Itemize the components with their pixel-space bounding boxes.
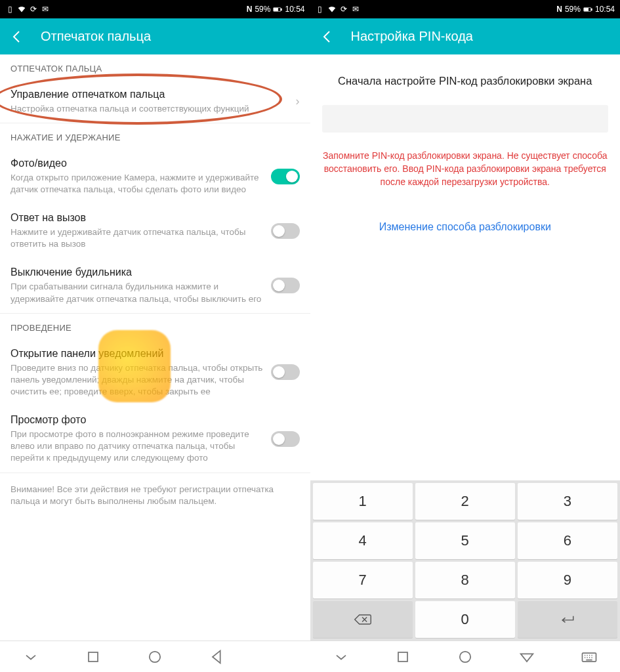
nav-home-icon[interactable]: [146, 648, 164, 666]
nav-bar: [310, 640, 621, 672]
nav-back-icon[interactable]: [208, 648, 226, 666]
nav-expand-icon[interactable]: [22, 648, 40, 666]
pin-warning: Запомните PIN-код разблокировки экрана. …: [322, 150, 609, 188]
numeric-keypad: 1 2 3 4 5 6 7 8 9 0: [310, 480, 621, 640]
key-6[interactable]: 6: [518, 522, 617, 559]
fingerprint-management-row[interactable]: Управление отпечатком пальца Настройка о…: [0, 80, 310, 123]
settings-content: ОТПЕЧАТОК ПАЛЬЦА Управление отпечатком п…: [0, 54, 310, 640]
battery-icon: [583, 5, 592, 14]
browse-photos-row[interactable]: Просмотр фото При просмотре фото в полно…: [0, 406, 310, 472]
notif-title: Открытие панели уведомлений: [10, 347, 271, 361]
battery-icon: [273, 5, 282, 14]
battery-percent: 59%: [565, 5, 581, 14]
browse-photos-desc: При просмотре фото в полноэкранном режим…: [10, 429, 271, 465]
section-swipe: ПРОВЕДЕНИЕ: [0, 313, 310, 339]
mail-icon: ✉: [41, 5, 50, 14]
phone-left: ▯ ⟳ ✉ N 59% 10:54 Отпечаток пальца ОТПЕЧ…: [0, 0, 310, 672]
sim-icon: ▯: [316, 5, 325, 14]
photo-video-desc: Когда открыто приложение Камера, нажмите…: [10, 172, 271, 196]
svg-rect-1: [274, 8, 278, 10]
key-enter[interactable]: [518, 601, 617, 638]
nav-keyboard-icon[interactable]: [580, 648, 598, 666]
photo-video-row[interactable]: Фото/видео Когда открыто приложение Каме…: [0, 149, 310, 203]
key-backspace[interactable]: [313, 601, 413, 638]
page-title: Отпечаток пальца: [41, 29, 151, 44]
key-3[interactable]: 3: [518, 483, 617, 520]
svg-point-4: [150, 651, 160, 662]
mail-icon: ✉: [351, 5, 360, 14]
chevron-right-icon: ›: [296, 94, 300, 108]
page-title: Настройка PIN-кода: [351, 29, 473, 44]
key-4[interactable]: 4: [313, 522, 413, 559]
battery-percent: 59%: [255, 5, 270, 14]
browse-photos-title: Просмотр фото: [10, 413, 271, 427]
nav-back-down-icon[interactable]: [518, 648, 536, 666]
key-8[interactable]: 8: [415, 562, 515, 598]
change-unlock-method-link[interactable]: Изменение способа разблокировки: [322, 221, 609, 233]
pin-input[interactable]: [322, 105, 609, 133]
notification-panel-row[interactable]: Открытие панели уведомлений Проведите вн…: [0, 339, 310, 406]
svg-point-9: [460, 651, 470, 662]
clock: 10:54: [285, 5, 304, 14]
photo-video-title: Фото/видео: [10, 157, 271, 171]
browse-photos-toggle[interactable]: [271, 431, 300, 447]
phone-right: ▯ ⟳ ✉ N 59% 10:54 Настройка PIN-кода Сна…: [310, 0, 621, 672]
section-press-hold: НАЖАТИЕ И УДЕРЖАНИЕ: [0, 123, 310, 149]
nfc-icon: N: [247, 5, 253, 14]
sync-icon: ⟳: [339, 5, 348, 14]
key-2[interactable]: 2: [415, 483, 515, 520]
nav-home-icon[interactable]: [456, 648, 474, 666]
notif-desc: Проведите вниз по датчику отпечатка паль…: [10, 362, 271, 398]
alarm-off-row[interactable]: Выключение будильника При срабатывании с…: [0, 258, 310, 312]
alarm-off-title: Выключение будильника: [10, 266, 271, 280]
answer-call-title: Ответ на вызов: [10, 211, 271, 225]
fingerprint-mgmt-desc: Настройка отпечатка пальца и соответству…: [10, 103, 291, 115]
svg-rect-8: [398, 652, 407, 662]
back-button[interactable]: [320, 29, 335, 45]
key-0[interactable]: 0: [415, 601, 515, 638]
svg-rect-6: [584, 8, 588, 10]
app-bar: Отпечаток пальца: [0, 18, 310, 54]
key-9[interactable]: 9: [518, 562, 617, 598]
sim-icon: ▯: [5, 5, 14, 14]
nav-recent-icon[interactable]: [394, 648, 412, 666]
answer-call-toggle[interactable]: [271, 223, 300, 239]
svg-rect-7: [591, 9, 592, 10]
nav-bar: [0, 640, 310, 672]
svg-rect-2: [281, 9, 281, 10]
alarm-off-toggle[interactable]: [271, 278, 300, 293]
alarm-off-desc: При срабатывании сигнала будильника нажм…: [10, 281, 271, 304]
status-bar: ▯ ⟳ ✉ N 59% 10:54: [310, 0, 621, 18]
notif-toggle[interactable]: [271, 364, 300, 380]
svg-rect-3: [89, 652, 98, 662]
fingerprint-mgmt-title: Управление отпечатком пальца: [10, 88, 291, 102]
clock: 10:54: [595, 5, 615, 14]
app-bar: Настройка PIN-кода: [310, 18, 621, 54]
pin-heading: Сначала настройте PIN-код разблокировки …: [322, 74, 609, 88]
section-fingerprint: ОТПЕЧАТОК ПАЛЬЦА: [0, 54, 310, 80]
footer-note: Внимание! Все эти действия не требуют ре…: [0, 472, 310, 518]
key-7[interactable]: 7: [313, 562, 413, 598]
key-5[interactable]: 5: [415, 522, 515, 559]
nav-expand-icon[interactable]: [332, 648, 350, 666]
nfc-icon: N: [556, 5, 562, 14]
key-1[interactable]: 1: [313, 483, 413, 520]
nav-recent-icon[interactable]: [84, 648, 102, 666]
pin-setup-content: Сначала настройте PIN-код разблокировки …: [310, 54, 621, 640]
status-bar: ▯ ⟳ ✉ N 59% 10:54: [0, 0, 310, 18]
sync-icon: ⟳: [29, 5, 38, 14]
answer-call-row[interactable]: Ответ на вызов Нажмите и удерживайте дат…: [0, 203, 310, 258]
photo-video-toggle[interactable]: [271, 169, 300, 184]
wifi-icon: [17, 5, 26, 14]
answer-call-desc: Нажмите и удерживайте датчик отпечатка п…: [10, 226, 271, 250]
back-button[interactable]: [9, 29, 25, 45]
wifi-icon: [327, 5, 337, 14]
